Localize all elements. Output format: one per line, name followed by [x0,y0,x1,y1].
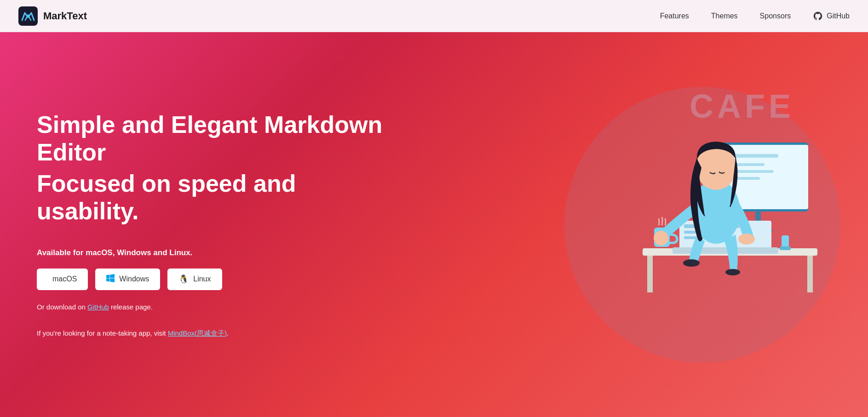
github-label: GitHub [827,12,850,20]
svg-point-24 [738,234,755,245]
svg-rect-0 [18,6,38,26]
nav-themes[interactable]: Themes [711,12,738,20]
svg-rect-19 [780,246,791,250]
windows-label: Windows [119,275,149,283]
brand-name: MarkText [43,10,87,22]
macos-download-button[interactable]: macOS [37,268,88,290]
svg-rect-18 [782,235,789,247]
windows-download-button[interactable]: Windows [95,268,160,290]
note-text-after: . [227,329,229,337]
svg-point-22 [725,269,740,275]
svg-rect-11 [807,256,813,292]
hero-section: CAFE [0,32,868,417]
navbar: MarkText Features Themes Sponsors GitHub [0,0,868,32]
github-release-link[interactable]: GitHub [87,303,109,311]
svg-rect-10 [647,256,653,292]
hero-title-line2: Focused on speed and usability. [37,170,396,225]
mindbox-link[interactable]: MindBox(思减盒子) [168,329,227,337]
hero-illustration [574,78,831,345]
nav-github[interactable]: GitHub [813,11,850,21]
github-icon [813,11,823,21]
svg-point-21 [683,259,700,267]
hero-github-text: Or download on GitHub release page. [37,303,396,311]
download-buttons: macOS Windows 🐧 Linux [37,268,396,290]
illustration-svg [574,78,831,345]
nav-sponsors[interactable]: Sponsors [760,12,791,20]
linux-label: Linux [193,275,211,283]
macos-label: macOS [52,275,77,283]
windows-icon [106,274,115,285]
marktext-logo [18,6,38,26]
hero-available-text: Available for macOS, Windows and Linux. [37,248,396,257]
svg-rect-16 [673,247,778,254]
linux-download-button[interactable]: 🐧 Linux [167,268,222,290]
note-text-before: If you're looking for a note-taking app,… [37,329,168,337]
github-text-after: release page. [109,303,153,311]
nav-features[interactable]: Features [660,12,689,20]
svg-point-23 [654,231,668,246]
navbar-links: Features Themes Sponsors GitHub [660,11,850,21]
brand-link[interactable]: MarkText [18,6,660,26]
hero-note-text: If you're looking for a note-taking app,… [37,329,396,338]
hero-title-line1: Simple and Elegant Markdown Editor [37,111,396,166]
hero-content: Simple and Elegant Markdown Editor Focus… [37,111,396,337]
github-text-before: Or download on [37,303,87,311]
linux-icon: 🐧 [178,274,189,284]
